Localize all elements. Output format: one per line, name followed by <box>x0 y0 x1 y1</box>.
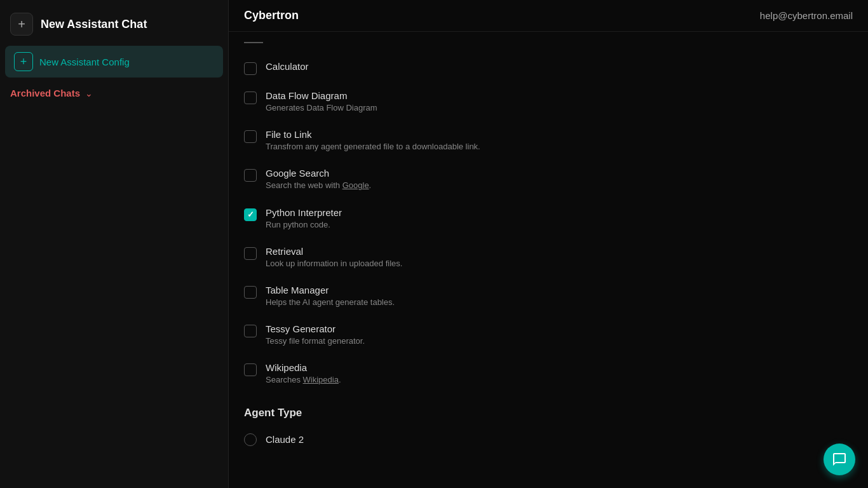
tool-name-google-search: Google Search <box>266 168 371 179</box>
tool-name-python: Python Interpreter <box>266 207 342 218</box>
archived-chats-label: Archived Chats <box>10 88 80 98</box>
tool-item-retrieval: Retrieval Look up information in uploade… <box>244 238 853 277</box>
tool-info-python: Python Interpreter Run python code. <box>266 207 342 231</box>
sidebar: + New Assistant Chat + New Assistant Con… <box>0 0 229 488</box>
tool-item-table-manager: Table Manager Helps the AI agent generat… <box>244 277 853 316</box>
tool-desc-file-to-link: Transfrom any agent generated file to a … <box>266 141 480 152</box>
topbar: Cybertron help@cybertron.email <box>229 0 868 32</box>
tool-name-file-to-link: File to Link <box>266 129 480 140</box>
wikipedia-link[interactable]: Wikipedia <box>303 375 339 384</box>
tool-checkbox-google-search[interactable] <box>244 169 257 182</box>
tool-checkbox-calculator[interactable] <box>244 62 257 75</box>
chat-bubble-button[interactable] <box>824 444 855 475</box>
tool-info-file-to-link: File to Link Transfrom any agent generat… <box>266 129 480 152</box>
tool-name-wikipedia: Wikipedia <box>266 362 341 373</box>
tool-name-calculator: Calculator <box>266 61 309 72</box>
tool-name-tessy: Tessy Generator <box>266 323 365 334</box>
tool-desc-google-search: Search the web with Google. <box>266 180 371 191</box>
tool-checkbox-file-to-link[interactable] <box>244 130 257 143</box>
tool-info-google-search: Google Search Search the web with Google… <box>266 168 371 191</box>
agent-type-radio-claude2[interactable] <box>244 433 257 446</box>
tool-name-retrieval: Retrieval <box>266 246 402 257</box>
tool-checkbox-python[interactable] <box>244 208 257 221</box>
agent-type-item-claude2: Claude 2 <box>229 427 868 452</box>
new-chat-plus-icon: + <box>10 13 33 36</box>
tool-info-wikipedia: Wikipedia Searches Wikipedia. <box>266 362 341 386</box>
tool-item-tessy: Tessy Generator Tessy file format genera… <box>244 316 853 355</box>
app-container: + New Assistant Chat + New Assistant Con… <box>0 0 868 488</box>
new-assistant-config-button[interactable]: + New Assistant Config <box>5 46 223 78</box>
tool-desc-retrieval: Look up information in uploaded files. <box>266 258 402 269</box>
tool-desc-wikipedia: Searches Wikipedia. <box>266 374 341 386</box>
tool-checkbox-retrieval[interactable] <box>244 247 257 260</box>
tool-desc-tessy: Tessy file format generator. <box>266 336 365 347</box>
tool-checkbox-table-manager[interactable] <box>244 286 257 299</box>
agent-type-name-claude2: Claude 2 <box>266 434 304 445</box>
new-chat-header[interactable]: + New Assistant Chat <box>0 8 228 46</box>
user-email: help@cybertron.email <box>760 10 853 21</box>
tool-desc-table-manager: Helps the AI agent generate tables. <box>266 297 395 308</box>
tool-item-calculator: Calculator <box>244 53 853 83</box>
tool-desc-python: Run python code. <box>266 219 342 231</box>
new-chat-title: New Assistant Chat <box>41 18 147 31</box>
tool-checkbox-data-flow[interactable] <box>244 92 257 104</box>
tool-info-table-manager: Table Manager Helps the AI agent generat… <box>266 285 395 308</box>
tool-name-table-manager: Table Manager <box>266 285 395 295</box>
new-config-plus-icon: + <box>14 52 33 71</box>
tool-item-wikipedia: Wikipedia Searches Wikipedia. <box>244 355 853 393</box>
tools-list: Calculator Data Flow Diagram Generates D… <box>229 53 868 394</box>
tool-info-calculator: Calculator <box>266 61 309 72</box>
tool-info-retrieval: Retrieval Look up information in uploade… <box>266 246 402 269</box>
tool-checkbox-tessy[interactable] <box>244 325 257 337</box>
tool-item-google-search: Google Search Search the web with Google… <box>244 160 853 199</box>
agent-type-section-title: Agent Type <box>229 394 868 427</box>
content-area: Calculator Data Flow Diagram Generates D… <box>229 32 868 488</box>
tool-checkbox-wikipedia[interactable] <box>244 363 257 376</box>
archived-chats-chevron-icon: ⌄ <box>85 88 93 98</box>
tool-item-file-to-link: File to Link Transfrom any agent generat… <box>244 121 853 160</box>
tool-name-data-flow: Data Flow Diagram <box>266 90 377 101</box>
tool-desc-data-flow: Generates Data Flow Diagram <box>266 102 377 114</box>
chat-bubble-icon <box>832 452 847 467</box>
new-config-label: New Assistant Config <box>39 57 130 67</box>
google-link[interactable]: Google <box>342 180 369 190</box>
tool-item-python: Python Interpreter Run python code. <box>244 200 853 238</box>
tool-item-data-flow: Data Flow Diagram Generates Data Flow Di… <box>244 83 853 121</box>
section-divider <box>244 42 263 43</box>
brand-name: Cybertron <box>244 9 299 22</box>
tool-info-tessy: Tessy Generator Tessy file format genera… <box>266 323 365 347</box>
tool-info-data-flow: Data Flow Diagram Generates Data Flow Di… <box>266 90 377 114</box>
main-content: Cybertron help@cybertron.email Calculato… <box>229 0 868 488</box>
archived-chats-row[interactable]: Archived Chats ⌄ <box>0 83 228 104</box>
